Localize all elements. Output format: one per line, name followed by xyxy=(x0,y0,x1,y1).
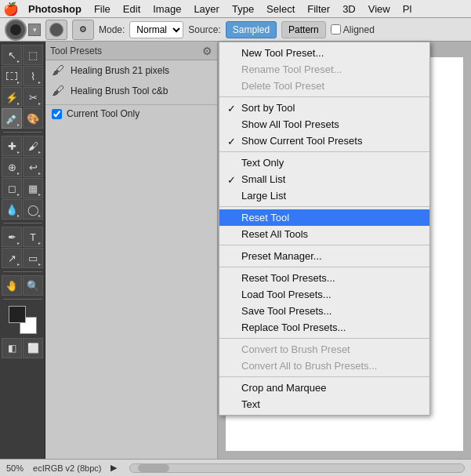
checkmark-icon: ✓ xyxy=(227,173,236,185)
quick-mask-btn[interactable]: ◧ xyxy=(2,338,22,358)
menu-item-label-crop-marquee: Crop and Marquee xyxy=(241,382,326,394)
tool-3d-material[interactable]: 🎨 xyxy=(23,108,43,129)
preset-panel-header: Tool Presets ⚙ xyxy=(45,42,217,60)
menu-view[interactable]: View xyxy=(362,0,397,17)
tool-brush[interactable]: 🖌▸ xyxy=(23,136,43,156)
menu-item-replace-tool-presets[interactable]: Replace Tool Presets... xyxy=(219,319,429,336)
menu-item-reset-tool[interactable]: Reset Tool xyxy=(219,209,429,226)
mode-select[interactable]: Normal xyxy=(129,21,183,38)
source-pattern-btn[interactable]: Pattern xyxy=(281,21,326,38)
tool-clone[interactable]: ⊕▸ xyxy=(2,157,22,177)
menu-item-label-text-only: Text Only xyxy=(241,157,284,169)
menu-item-label-replace-tool-presets: Replace Tool Presets... xyxy=(241,322,346,333)
preset-item-healing-cb[interactable]: 🖌 Healing Brush Tool c&b xyxy=(45,81,217,101)
preset-item-label-2: Healing Brush Tool c&b xyxy=(71,85,168,96)
brush-options-btn[interactable]: ⚙ xyxy=(72,20,94,40)
arrow-icon[interactable]: ▶ xyxy=(111,463,117,473)
menu-item-show-current-presets[interactable]: ✓Show Current Tool Presets xyxy=(219,133,429,149)
menu-bar: 🍎 Photoshop File Edit Image Layer Type S… xyxy=(0,0,471,18)
tool-gradient[interactable]: ▦▸ xyxy=(23,178,43,198)
tool-eyedropper[interactable]: 💉▸ xyxy=(2,108,22,129)
menu-item-label-reset-tool: Reset Tool xyxy=(241,212,289,223)
tool-preset-btn[interactable] xyxy=(5,19,27,41)
menu-item-text[interactable]: Text xyxy=(219,396,429,412)
menu-type[interactable]: Type xyxy=(226,0,260,17)
checkmark-icon: ✓ xyxy=(227,102,236,114)
tool-preset-dropdown-btn[interactable]: ▾ xyxy=(28,24,41,36)
menu-select[interactable]: Select xyxy=(260,0,301,17)
menu-item-show-all-presets[interactable]: Show All Tool Presets xyxy=(219,116,429,133)
menu-item-reset-tool-presets[interactable]: Reset Tool Presets... xyxy=(219,270,429,286)
menu-more[interactable]: Pl xyxy=(397,0,418,17)
menu-item-load-tool-presets[interactable]: Load Tool Presets... xyxy=(219,286,429,303)
aligned-checkbox-label[interactable]: Aligned xyxy=(331,24,375,35)
tool-quick-select[interactable]: ⚡▸ xyxy=(2,87,22,107)
tool-lasso[interactable]: ⌇▸ xyxy=(23,66,43,86)
tool-crop[interactable]: ✂▸ xyxy=(23,87,43,107)
menu-item-crop-marquee[interactable]: Crop and Marquee xyxy=(219,380,429,396)
menu-item-delete-tool-preset: Delete Tool Preset xyxy=(219,78,429,94)
toolbox-divider-2 xyxy=(3,223,42,223)
brush-size-display[interactable] xyxy=(45,20,67,40)
tool-artboard[interactable]: ⬚ xyxy=(23,45,43,65)
menu-image[interactable]: Image xyxy=(147,0,187,17)
menu-item-large-list[interactable]: Large List xyxy=(219,187,429,204)
aligned-checkbox[interactable] xyxy=(331,24,341,35)
options-bar: ▾ ⚙ Mode: Normal Source: Sampled Pattern… xyxy=(0,18,471,42)
tool-pen[interactable]: ✒▸ xyxy=(2,227,22,247)
color-swatches[interactable] xyxy=(9,306,37,334)
current-tool-only-checkbox[interactable] xyxy=(52,109,62,119)
tool-healing[interactable]: ✚▸ xyxy=(2,136,22,156)
mode-label: Mode: xyxy=(99,24,125,35)
status-bar: 50% ecIRGB v2 (8bpc) ▶ xyxy=(0,459,471,476)
menu-filter[interactable]: Filter xyxy=(301,0,336,17)
menu-file[interactable]: File xyxy=(88,0,117,17)
preset-item-icon-2: 🖌 xyxy=(52,84,64,98)
screen-mode-btn[interactable]: ⬜ xyxy=(23,338,43,358)
menu-3d[interactable]: 3D xyxy=(336,0,362,17)
tool-dodge[interactable]: ◯▸ xyxy=(23,199,43,220)
menu-item-convert-all-to-brush: Convert All to Brush Presets... xyxy=(219,358,429,374)
foreground-color-swatch[interactable] xyxy=(9,306,26,323)
menu-item-label-text: Text xyxy=(241,398,260,410)
preset-panel-gear[interactable]: ⚙ xyxy=(202,45,212,57)
tool-zoom[interactable]: 🔍 xyxy=(23,275,43,296)
menu-item-label-convert-all-to-brush: Convert All to Brush Presets... xyxy=(241,360,377,372)
menu-item-sort-by-tool[interactable]: ✓Sort by Tool xyxy=(219,100,429,116)
tool-move[interactable]: ↖▸ xyxy=(2,45,22,65)
checkmark-icon: ✓ xyxy=(227,135,236,147)
menu-edit[interactable]: Edit xyxy=(117,0,147,17)
tool-shape[interactable]: ▭▸ xyxy=(23,248,43,268)
menu-item-label-save-tool-presets: Save Tool Presets... xyxy=(241,305,332,317)
apple-menu[interactable]: 🍎 xyxy=(3,1,19,16)
menu-layer[interactable]: Layer xyxy=(187,0,226,17)
current-tool-only-row[interactable]: Current Tool Only xyxy=(45,104,217,122)
menu-item-save-tool-presets[interactable]: Save Tool Presets... xyxy=(219,303,429,319)
menu-item-label-delete-tool-preset: Delete Tool Preset xyxy=(241,80,324,92)
menu-separator xyxy=(219,96,429,97)
menu-item-new-tool-preset[interactable]: New Tool Preset... xyxy=(219,45,429,61)
menu-item-text-only[interactable]: Text Only xyxy=(219,154,429,171)
menu-photoshop[interactable]: Photoshop xyxy=(22,0,88,17)
preset-item-healing-21[interactable]: 🖌 Healing Brush 21 pixels xyxy=(45,60,217,81)
tool-preset-dropdown-menu: New Tool Preset...Rename Tool Preset...D… xyxy=(219,42,430,416)
menu-item-label-rename-tool-preset: Rename Tool Preset... xyxy=(241,64,342,75)
menu-item-reset-all-tools[interactable]: Reset All Tools xyxy=(219,226,429,242)
tool-hand[interactable]: 🤚 xyxy=(2,275,22,296)
toolbox-divider-1 xyxy=(3,132,42,133)
toolbox-divider-3 xyxy=(3,271,42,272)
tool-eraser[interactable]: ◻▸ xyxy=(2,178,22,198)
menu-item-preset-manager[interactable]: Preset Manager... xyxy=(219,248,429,264)
source-sampled-btn[interactable]: Sampled xyxy=(226,21,277,38)
menu-separator xyxy=(219,206,429,207)
current-tool-only-label: Current Tool Only xyxy=(67,108,139,119)
tool-marquee[interactable]: ▸ xyxy=(2,66,22,86)
tool-text[interactable]: T▸ xyxy=(23,227,43,247)
menu-separator xyxy=(219,151,429,152)
tool-path-select[interactable]: ↗▸ xyxy=(2,248,22,268)
preset-item-label-1: Healing Brush 21 pixels xyxy=(71,65,169,76)
scroll-track[interactable] xyxy=(129,463,465,473)
tool-blur[interactable]: 💧▸ xyxy=(2,199,22,220)
tool-history-brush[interactable]: ↩▸ xyxy=(23,157,43,177)
menu-item-small-list[interactable]: ✓Small List xyxy=(219,171,429,187)
